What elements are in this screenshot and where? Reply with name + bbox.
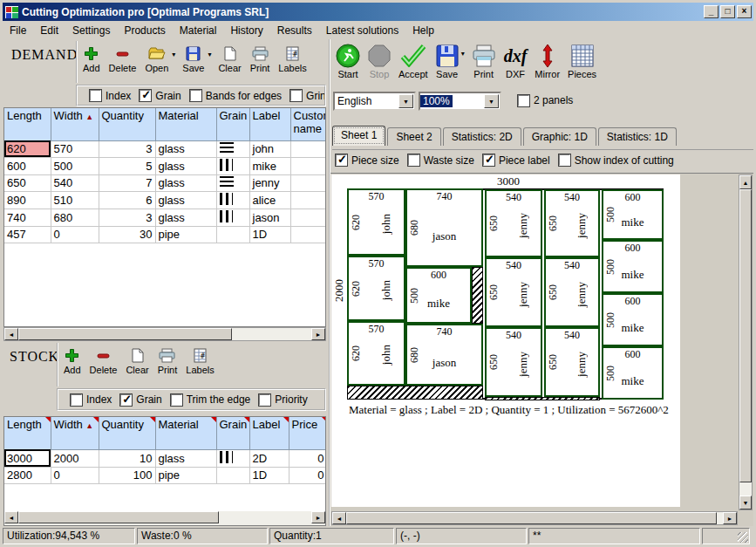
stock-col-width[interactable]: Width ▲ [51,417,99,449]
waste-size-checkbox[interactable] [408,154,419,166]
table-row[interactable]: 6205703glassjohn [4,140,326,157]
demand-col-width[interactable]: Width ▲ [51,108,99,140]
accept-button[interactable]: Accept [398,43,428,79]
table-row[interactable]: 6005005glassmike [4,157,326,174]
save-dropdown-arrow-icon[interactable]: ▾ [208,51,211,58]
demand-table: Length Width ▲ Quantity Material Grain L… [3,107,326,327]
canvas-v-scrollbar[interactable]: ▲ ▼ [739,174,753,510]
save-dropdown-arrow-icon[interactable]: ▾ [461,50,465,58]
diagram-page: 3000 2000 570620john570620john570620john… [331,174,680,507]
demand-col-length[interactable]: Length [4,108,51,140]
menu-help[interactable]: Help [405,23,441,38]
dxf-button[interactable]: dxf DXF [504,43,528,79]
trim-the-edge-checkbox[interactable] [171,394,182,406]
demand-add-button[interactable]: Add [83,44,100,73]
stock-h-scrollbar[interactable]: ◄ ► [4,511,325,525]
piece-size-checkbox[interactable] [336,154,347,166]
close-button[interactable]: × [737,5,752,18]
diagram-piece: 600500mike [602,293,664,346]
diagram-piece: 540650jenny [485,257,542,327]
mirror-button[interactable]: Mirror [535,43,560,79]
demand-h-scrollbar[interactable]: ◄ ► [3,327,326,341]
menu-edit[interactable]: Edit [33,23,65,38]
menu-material[interactable]: Material [173,23,224,38]
stock-clear-button[interactable]: Clear [126,345,148,375]
pieces-button[interactable]: Pieces [568,43,596,79]
stock-col-quantity[interactable]: Quantity [99,417,155,449]
stock-col-price[interactable]: Price [289,417,326,449]
priority-checkbox[interactable] [259,394,270,406]
open-dropdown-arrow-icon[interactable]: ▾ [172,51,175,58]
canvas-h-scrollbar[interactable]: ◄ ► [331,511,738,525]
piece-name-label: jason [407,356,481,370]
table-row[interactable]: 7406803glassjason [4,209,326,226]
index-checkbox[interactable] [71,394,82,406]
demand-labels-button[interactable]: # Labels [278,44,306,73]
demand-col-customer-name[interactable]: Customer name [290,108,326,140]
sheet-tabs: Sheet 1 Sheet 2 Statistics: 2D Graphic: … [332,124,753,146]
demand-open-button[interactable]: Open [145,44,168,73]
print-solution-button[interactable]: Print [472,43,496,79]
bands-for-edges-checkbox[interactable] [190,90,201,101]
index-checkbox[interactable] [90,90,101,101]
demand-col-quantity[interactable]: Quantity [99,108,155,140]
grain-checkbox[interactable] [120,394,132,406]
table-row[interactable]: 6505407glassjenny [4,174,326,191]
scroll-right-icon: ► [723,512,737,524]
stop-button[interactable]: Stop [368,43,391,79]
maximize-button[interactable]: □ [720,5,735,18]
pieces-grid-icon [571,43,594,69]
language-select[interactable]: English ▼ [333,92,416,111]
resize-grip-icon[interactable] [738,532,748,543]
diagram-piece: 540650jenny [544,257,600,327]
demand-delete-button[interactable]: Delete [109,44,137,73]
demand-col-material[interactable]: Material [155,108,216,140]
table-row[interactable]: 3000200010glass2D0 [4,449,326,467]
labels-page-icon: # [194,345,207,365]
stock-col-label[interactable]: Label [249,417,289,449]
tab-statistics-1d[interactable]: Statistics: 1D [598,127,677,146]
grain-checkbox[interactable] [140,90,151,101]
menu-results[interactable]: Results [270,23,319,38]
stock-col-material[interactable]: Material [155,417,216,449]
demand-clear-button[interactable]: Clear [218,44,241,73]
menu-latest-solutions[interactable]: Latest solutions [319,23,405,38]
stock-print-button[interactable]: Print [158,345,178,375]
tab-statistics-2d[interactable]: Statistics: 2D [443,127,521,146]
demand-col-label[interactable]: Label [249,108,290,140]
demand-print-button[interactable]: Print [250,44,270,73]
diagram-piece: 540650jenny [544,327,600,397]
start-button[interactable]: Start [336,43,360,79]
piece-label-checkbox[interactable] [483,154,494,166]
title-bar[interactable]: Cutting Optimization pro [Optimal Progra… [3,3,753,21]
two-panels-checkbox[interactable] [518,95,529,106]
tab-sheet-2[interactable]: Sheet 2 [387,127,440,146]
labels-page-icon: # [286,44,299,63]
demand-save-button[interactable]: Save [182,44,204,73]
demand-col-grain[interactable]: Grain [216,108,249,140]
stock-add-button[interactable]: Add [64,345,81,375]
menu-products[interactable]: Products [117,23,172,38]
menu-settings[interactable]: Settings [65,23,117,38]
stock-col-length[interactable]: Length [4,417,51,449]
menu-history[interactable]: History [223,23,269,38]
stock-labels-button[interactable]: # Labels [186,345,214,375]
zoom-select[interactable]: 100% ▼ [419,92,501,111]
table-row[interactable]: 8905106glassalice [4,191,326,209]
tab-sheet-1[interactable]: Sheet 1 [332,126,385,146]
show-index-of-cutting-checkbox[interactable] [559,154,570,166]
minimize-button[interactable]: _ [704,5,719,18]
table-row[interactable]: 28000100pipe1D0 [4,467,326,483]
stock-col-grain[interactable]: Grain [216,417,249,449]
tab-graphic-1d[interactable]: Graphic: 1D [523,127,596,146]
table-row[interactable]: 457030pipe1D [4,226,326,243]
two-panels-option: 2 panels [509,94,573,106]
sort-ascending-icon: ▲ [85,113,93,121]
chevron-down-icon[interactable]: ▼ [398,94,413,108]
save-solution-button[interactable]: Save [436,43,459,79]
menu-file[interactable]: File [3,23,33,38]
chevron-down-icon[interactable]: ▼ [484,94,499,108]
grinding-checkbox[interactable] [290,90,302,101]
stock-delete-button[interactable]: Delete [90,345,118,375]
piece-name-label: mike [603,374,662,388]
